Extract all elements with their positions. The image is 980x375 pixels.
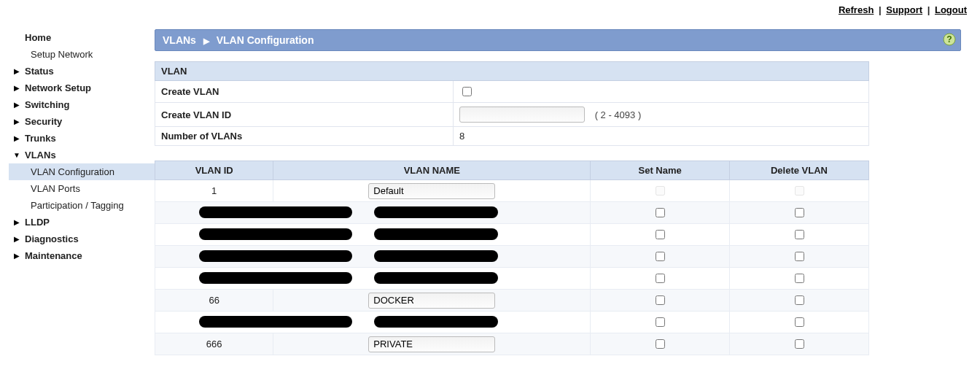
table-row: 1 [155, 180, 869, 202]
set-name-checkbox [656, 186, 665, 196]
help-icon[interactable]: ? [943, 33, 956, 46]
nav-setup-network[interactable]: Setup Network [9, 46, 155, 63]
redaction-bar [374, 272, 498, 284]
set-name-checkbox[interactable] [656, 317, 665, 327]
table-row [155, 224, 869, 246]
sidebar: Home Setup Network ▶ Status ▶ Network Se… [9, 29, 155, 372]
set-name-checkbox[interactable] [656, 208, 665, 217]
set-name-cell [591, 312, 730, 333]
vlan-list-table: VLAN ID VLAN NAME Set Name Delete VLAN 1… [155, 161, 869, 355]
redacted-cell [155, 268, 591, 290]
create-vlan-id-label: Create VLAN ID [155, 103, 454, 127]
delete-vlan-checkbox [795, 186, 804, 196]
nav-status[interactable]: ▶ Status [9, 63, 155, 80]
vlan-id-cell: 1 [155, 180, 273, 202]
vlan-name-cell [273, 290, 591, 312]
redaction-bar [199, 206, 352, 218]
set-name-checkbox[interactable] [656, 230, 665, 239]
nav-lldp[interactable]: ▶ LLDP [9, 214, 155, 231]
col-vlan-name: VLAN NAME [273, 161, 591, 180]
redaction-bar [374, 316, 498, 328]
nav-vlan-configuration[interactable]: VLAN Configuration [9, 163, 155, 180]
refresh-link[interactable]: Refresh [839, 4, 874, 15]
top-links: Refresh | Support | Logout [839, 4, 967, 15]
nav-trunks[interactable]: ▶ Trunks [9, 130, 155, 147]
create-vlan-checkbox[interactable] [462, 87, 472, 96]
delete-vlan-cell [730, 333, 869, 355]
table-row [155, 268, 869, 290]
set-name-checkbox[interactable] [656, 339, 665, 349]
delete-vlan-checkbox[interactable] [795, 230, 804, 239]
vlan-name-cell [273, 180, 591, 202]
col-vlan-id: VLAN ID [155, 161, 273, 180]
caret-down-icon: ▼ [12, 149, 22, 161]
col-set-name: Set Name [591, 161, 730, 180]
nav-vlans[interactable]: ▼ VLANs [9, 147, 155, 163]
table-row [155, 246, 869, 268]
delete-vlan-cell [730, 268, 869, 290]
delete-vlan-cell [730, 290, 869, 312]
nav-maintenance[interactable]: ▶ Maintenance [9, 247, 155, 264]
breadcrumb: VLANs ▶ VLAN Configuration ? [155, 29, 961, 51]
vlan-name-input[interactable] [368, 183, 495, 199]
table-row [155, 202, 869, 224]
support-link[interactable]: Support [886, 4, 922, 15]
main-content: VLANs ▶ VLAN Configuration ? VLAN Create… [155, 29, 965, 372]
set-name-cell [591, 268, 730, 290]
num-vlans-value: 8 [454, 127, 869, 146]
section-title: VLAN [155, 62, 869, 81]
caret-right-icon: ▶ [12, 115, 22, 128]
nav-diagnostics[interactable]: ▶ Diagnostics [9, 231, 155, 247]
redaction-bar [374, 228, 498, 240]
set-name-cell [591, 290, 730, 312]
set-name-checkbox[interactable] [656, 252, 665, 261]
redaction-bar [374, 206, 498, 218]
nav-security[interactable]: ▶ Security [9, 113, 155, 130]
nav-switching[interactable]: ▶ Switching [9, 96, 155, 113]
set-name-checkbox[interactable] [656, 274, 665, 283]
delete-vlan-checkbox[interactable] [795, 339, 804, 349]
table-row: 66 [155, 290, 869, 312]
delete-vlan-checkbox[interactable] [795, 317, 804, 327]
nav-participation-tagging[interactable]: Participation / Tagging [9, 197, 155, 214]
redacted-cell [155, 246, 591, 268]
breadcrumb-section: VLANs [163, 34, 196, 46]
vlan-form-table: VLAN Create VLAN Create VLAN ID ( 2 - 40… [155, 61, 869, 146]
redaction-bar [374, 250, 498, 262]
delete-vlan-cell [730, 312, 869, 333]
vlan-name-input[interactable] [368, 293, 495, 309]
redacted-cell [155, 312, 591, 333]
vlan-id-cell: 66 [155, 290, 273, 312]
create-vlan-label: Create VLAN [155, 81, 454, 103]
caret-right-icon: ▶ [12, 82, 22, 94]
logout-link[interactable]: Logout [935, 4, 967, 15]
redacted-cell [155, 224, 591, 246]
delete-vlan-cell [730, 180, 869, 202]
caret-right-icon: ▶ [12, 98, 22, 111]
set-name-cell [591, 333, 730, 355]
delete-vlan-checkbox[interactable] [795, 295, 804, 305]
vlan-id-cell: 666 [155, 333, 273, 355]
delete-vlan-cell [730, 202, 869, 224]
create-vlan-id-input[interactable] [459, 107, 585, 123]
delete-vlan-checkbox[interactable] [795, 274, 804, 283]
delete-vlan-checkbox[interactable] [795, 208, 804, 217]
vlan-name-input[interactable] [368, 336, 495, 352]
caret-right-icon: ▶ [12, 216, 22, 228]
vlan-name-cell [273, 333, 591, 355]
redaction-bar [199, 316, 352, 328]
num-vlans-label: Number of VLANs [155, 127, 454, 146]
redaction-bar [199, 250, 352, 262]
nav-vlan-ports[interactable]: VLAN Ports [9, 180, 155, 197]
set-name-cell [591, 246, 730, 268]
set-name-cell [591, 224, 730, 246]
nav-home[interactable]: Home [9, 29, 155, 46]
svg-text:?: ? [946, 34, 952, 45]
caret-right-icon: ▶ [12, 132, 22, 144]
set-name-checkbox[interactable] [656, 295, 665, 305]
table-row [155, 312, 869, 333]
nav-network-setup[interactable]: ▶ Network Setup [9, 80, 155, 96]
set-name-cell [591, 180, 730, 202]
col-delete: Delete VLAN [730, 161, 869, 180]
delete-vlan-checkbox[interactable] [795, 252, 804, 261]
